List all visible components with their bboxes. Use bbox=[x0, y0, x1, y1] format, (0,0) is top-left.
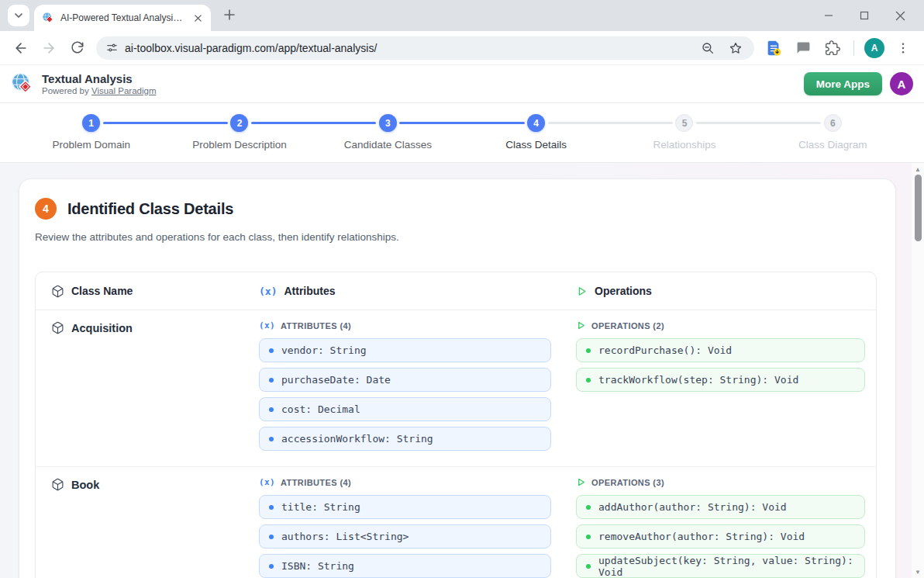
attributes-count-label: (x)ATTRIBUTES (4) bbox=[259, 477, 551, 487]
bookmark-button[interactable] bbox=[725, 37, 746, 59]
attribute-text: cost: Decimal bbox=[281, 403, 360, 415]
operation-pill: addAuthor(author: String): Void bbox=[576, 495, 865, 519]
attributes-icon: (x) bbox=[259, 320, 275, 331]
chevron-down-icon bbox=[14, 11, 23, 20]
attribute-text: accessionWorkflow: String bbox=[281, 433, 433, 445]
zoom-level-button[interactable] bbox=[697, 37, 719, 59]
browser-profile-avatar: A bbox=[864, 38, 884, 58]
step-number-badge: 4 bbox=[35, 198, 57, 220]
visual-paradigm-link[interactable]: Visual Paradigm bbox=[91, 86, 157, 95]
play-icon bbox=[576, 286, 588, 297]
window-close-button[interactable] bbox=[882, 0, 918, 31]
attribute-text: title: String bbox=[281, 501, 360, 513]
step-number: 1 bbox=[82, 114, 100, 132]
tab-search-button[interactable] bbox=[8, 5, 29, 26]
brand-text: Textual Analysis Powered by Visual Parad… bbox=[42, 72, 156, 96]
app-header: Textual Analysis Powered by Visual Parad… bbox=[0, 65, 924, 103]
address-bar[interactable]: ai-toolbox.visual-paradigm.com/app/textu… bbox=[96, 36, 754, 60]
attribute-text: authors: List<String> bbox=[281, 531, 409, 542]
column-header-attributes: (x) Attributes bbox=[248, 272, 565, 310]
user-avatar[interactable]: A bbox=[890, 72, 913, 95]
browser-toolbar: ai-toolbox.visual-paradigm.com/app/textu… bbox=[0, 31, 924, 65]
attributes-count-text: ATTRIBUTES (4) bbox=[281, 478, 351, 487]
step-label: Candidate Classes bbox=[344, 139, 432, 151]
operations-count-text: OPERATIONS (2) bbox=[591, 321, 664, 331]
back-button[interactable] bbox=[8, 35, 34, 61]
toolbar-extensions-area: A bbox=[760, 35, 916, 61]
star-icon bbox=[729, 41, 743, 55]
browser-tab[interactable]: AI-Powered Textual Analysis for bbox=[34, 5, 211, 31]
tab-close-button[interactable] bbox=[191, 11, 205, 25]
page-scrollbar[interactable]: ▲ ▼ bbox=[912, 163, 924, 578]
speech-bubble-icon bbox=[796, 40, 811, 55]
step-label: Class Diagram bbox=[798, 139, 867, 151]
class-rows: Acquisition(x)ATTRIBUTES (4)vendor: Stri… bbox=[36, 310, 876, 578]
step-number: 6 bbox=[824, 114, 842, 132]
stepper-step-2[interactable]: 2Problem Description bbox=[165, 114, 313, 151]
new-tab-button[interactable] bbox=[219, 4, 240, 26]
stepper-step-3[interactable]: 3Candidate Classes bbox=[314, 114, 462, 151]
operation-text: updateSubject(key: String, value: String… bbox=[598, 555, 855, 578]
column-header-label: Class Name bbox=[71, 285, 133, 297]
more-apps-button[interactable]: More Apps bbox=[804, 72, 882, 95]
column-header-label: Attributes bbox=[284, 285, 335, 297]
step-label: Class Details bbox=[505, 139, 567, 151]
stepper-step-4[interactable]: 4Class Details bbox=[462, 114, 610, 151]
attributes-count-label: (x)ATTRIBUTES (4) bbox=[259, 320, 551, 331]
extensions-button[interactable] bbox=[819, 35, 846, 61]
operation-text: recordPurchase(): Void bbox=[598, 344, 732, 356]
step-label: Problem Domain bbox=[52, 139, 130, 151]
attributes-icon: (x) bbox=[259, 477, 275, 487]
browser-menu-button[interactable] bbox=[890, 35, 916, 61]
attributes-cell: (x)ATTRIBUTES (4)vendor: StringpurchaseD… bbox=[248, 310, 565, 466]
attributes-cell: (x)ATTRIBUTES (4)title: Stringauthors: L… bbox=[248, 467, 565, 578]
class-details-table: Class Name (x) Attributes Operations Acq… bbox=[35, 272, 877, 578]
operation-pill: trackWorkflow(step: String): Void bbox=[576, 368, 865, 392]
attribute-pill-list: title: Stringauthors: List<String>ISBN: … bbox=[259, 495, 551, 578]
reload-icon bbox=[70, 40, 84, 55]
stepper-connector bbox=[548, 122, 673, 124]
cube-icon bbox=[51, 321, 64, 334]
attributes-icon: (x) bbox=[259, 286, 277, 297]
scroll-down-button[interactable]: ▼ bbox=[912, 566, 924, 577]
window-maximize-button[interactable] bbox=[846, 0, 882, 31]
stepper-step-5[interactable]: 5Relationships bbox=[610, 114, 758, 151]
stepper-step-1[interactable]: 1Problem Domain bbox=[17, 114, 165, 151]
operations-cell: OPERATIONS (3)addAuthor(author: String):… bbox=[565, 467, 877, 578]
column-header-label: Operations bbox=[595, 285, 652, 297]
operation-pill: recordPurchase(): Void bbox=[576, 338, 865, 362]
stepper-connector bbox=[696, 122, 821, 124]
header-right: More Apps A bbox=[804, 72, 913, 95]
operations-count-label: OPERATIONS (3) bbox=[576, 477, 865, 487]
reload-button[interactable] bbox=[64, 35, 90, 61]
document-download-icon bbox=[765, 40, 782, 57]
window-controls bbox=[811, 0, 918, 31]
feedback-button[interactable] bbox=[790, 35, 816, 61]
bullet-dot-icon bbox=[269, 407, 274, 412]
bullet-dot-icon bbox=[269, 535, 274, 539]
column-header-class-name: Class Name bbox=[36, 272, 248, 310]
close-icon bbox=[895, 11, 905, 21]
window-minimize-button[interactable] bbox=[811, 0, 846, 31]
attribute-text: ISBN: String bbox=[281, 560, 354, 572]
bullet-dot-icon bbox=[586, 535, 591, 539]
stepper-steps: 1Problem Domain2Problem Description3Cand… bbox=[17, 114, 907, 151]
scrollbar-thumb[interactable] bbox=[915, 175, 922, 241]
browser-profile-button[interactable]: A bbox=[862, 36, 887, 61]
attribute-pill: cost: Decimal bbox=[259, 397, 551, 421]
step-label: Relationships bbox=[653, 139, 715, 151]
scroll-up-button[interactable]: ▲ bbox=[912, 164, 924, 175]
class-name: Book bbox=[71, 478, 99, 493]
bullet-dot-icon bbox=[269, 564, 274, 569]
maximize-icon bbox=[860, 11, 869, 20]
three-dot-menu-icon bbox=[896, 41, 910, 55]
page-subtitle: Review the attributes and operations for… bbox=[35, 231, 877, 243]
play-icon bbox=[576, 320, 586, 331]
step-number: 2 bbox=[230, 114, 248, 132]
minimize-icon bbox=[824, 11, 833, 20]
bullet-dot-icon bbox=[586, 564, 591, 569]
forward-button[interactable] bbox=[36, 35, 62, 61]
stepper-step-6[interactable]: 6Class Diagram bbox=[759, 114, 907, 151]
reading-list-extension-button[interactable] bbox=[760, 35, 787, 61]
operation-text: removeAuthor(author: String): Void bbox=[598, 531, 805, 542]
